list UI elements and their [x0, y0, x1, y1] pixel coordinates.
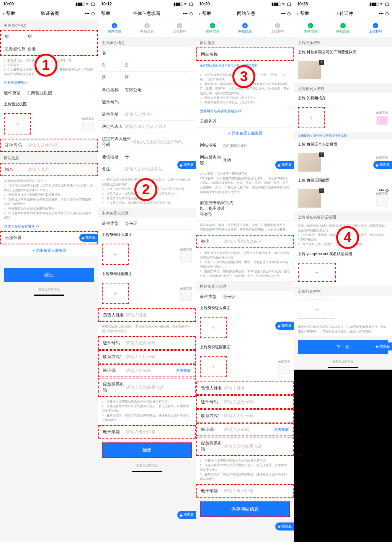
upload-lic-label: 上传 科技有限公司的工商营业执照	[294, 47, 392, 57]
lic-thumb[interactable]	[298, 61, 321, 79]
dist-row[interactable]: 区区›	[98, 72, 196, 84]
prov-row: 省	[98, 47, 196, 59]
help-link[interactable]: 帮助	[300, 10, 309, 17]
checkdomain-link[interactable]: 具体可查看备案域名>>	[0, 223, 98, 231]
phone-row[interactable]: 联系方式1请输入手机号码	[98, 350, 196, 364]
add-cloud[interactable]: ＋ 添加备案云服务器	[0, 245, 98, 256]
req-link[interactable]: 查看网站名称要求及建议>>	[196, 107, 294, 115]
get-code[interactable]: 点击获取	[274, 427, 289, 432]
target-icon[interactable]: ⊙	[189, 11, 193, 16]
help-link[interactable]: 帮助	[6, 10, 15, 17]
province-row[interactable]: 省省›	[1, 31, 97, 43]
customer-service-2[interactable]: 找客服	[373, 342, 392, 350]
back-icon[interactable]: ‹	[297, 11, 299, 16]
customer-service[interactable]: 找客服	[79, 234, 98, 242]
upload-back-label: 上传身份证国徽面	[196, 342, 294, 352]
upload-face-box[interactable]: ＋	[200, 317, 227, 338]
domain-row[interactable]: 域名请输入域名	[0, 163, 98, 176]
mgrname-row[interactable]: 负责人姓名请输入姓名	[196, 382, 294, 395]
mgrcert-row[interactable]: 证件类型身份证›	[98, 218, 196, 230]
status-bar: 10:20▮▮▮▯ᯤ▢	[196, 0, 294, 8]
customer-service-3[interactable]: 找客服	[275, 522, 294, 531]
back-icon[interactable]: ‹	[3, 11, 5, 16]
mgrname-tips: 请填写法定代表人姓名；若法定代表人为外籍公民，授权授权给中国公民作为负责人。	[98, 322, 196, 336]
nav-bar: 帮助 主体信息填写 •••⊙	[98, 8, 196, 20]
legal-row[interactable]: 法定代表人请输入法定代表人姓名	[98, 121, 196, 133]
page-title: 主体信息填写	[133, 10, 160, 17]
mgrname-row[interactable]: 负责人姓名请输入姓名	[98, 308, 196, 322]
view-filled[interactable]: 查看已填写信息	[0, 286, 98, 293]
emerg-row[interactable]: 应急联系电话请输入应急联系电话	[98, 378, 196, 397]
addr-row[interactable]: 证件住址请输入证件住址	[98, 108, 196, 121]
status-bar: 10:28▮▮▮▯ᯤ▢	[294, 0, 392, 8]
mgrid-row[interactable]: 证件号码请输入证件号码	[98, 336, 196, 350]
phone-row[interactable]: 联系方式1请输入手机号码	[196, 409, 294, 422]
page-title: 网站信息	[237, 10, 255, 17]
domain-row: 网站域名yunqikan.net	[196, 139, 294, 151]
more-icon[interactable]: •••	[183, 11, 188, 16]
emerg-row[interactable]: 应急联系电话请输入应急联系电话	[196, 437, 294, 456]
confirm-button[interactable]: 确定	[102, 442, 192, 458]
help-link[interactable]: 帮助	[202, 10, 211, 17]
upload-video-box[interactable]: ＋	[298, 107, 325, 128]
upload-license-box[interactable]: ＋	[4, 113, 31, 134]
sitename-row[interactable]: 网站名称	[196, 47, 294, 61]
view-filled[interactable]: 查看已填写信息	[98, 462, 196, 469]
legalid-row[interactable]: 法定代表人证件号码请输入法定代表人证件号码	[98, 133, 196, 151]
city-row[interactable]: 市市›	[98, 59, 196, 72]
upload-back-box[interactable]: ＋	[102, 283, 129, 304]
target-icon[interactable]: ⊙	[91, 11, 95, 16]
help-link[interactable]: 帮助	[101, 10, 110, 17]
home-indicator	[34, 295, 64, 296]
more-icon[interactable]: •••	[85, 11, 90, 16]
upload-extra-box[interactable]: ＋	[298, 300, 336, 319]
face-thumb[interactable]	[298, 153, 321, 172]
more-overlay[interactable]: ••• ⊙	[379, 188, 389, 193]
email-row[interactable]: 电子邮箱请输入电子邮箱	[98, 425, 196, 439]
get-code[interactable]: 点击获取	[176, 368, 191, 373]
nature-row[interactable]: 主办者性质企业	[1, 43, 97, 55]
customer-service[interactable]: 找客服	[373, 161, 392, 169]
cloud-row[interactable]: 云服务器	[196, 115, 294, 128]
customer-service[interactable]: 找客服	[177, 161, 196, 169]
customer-service[interactable]: 找客服	[275, 161, 294, 169]
target-icon[interactable]: ⊙	[385, 11, 389, 16]
view-filled[interactable]: 查看已填写信息	[294, 358, 392, 365]
verify-button[interactable]: 验证	[4, 268, 94, 282]
back-thumb[interactable]	[298, 189, 321, 208]
upload-real-box[interactable]: ＋	[298, 263, 336, 282]
upload-real-label: 上传 yunqikan.net 实名认证截图	[294, 249, 392, 259]
svc-tips: 1个人备案：个人备案一般选择其他。 2单位备案：可以根据您网站搭建内容进行选择，…	[196, 169, 294, 197]
section-org: 上传主体资料	[294, 37, 392, 47]
add-cloud[interactable]: ＋ 添加备案云服务器	[196, 128, 294, 139]
email-row[interactable]: 电子邮箱请输入电子邮箱	[196, 484, 294, 498]
upload-video-label: 上传 的视频核身	[294, 93, 392, 103]
screen-2: 2 10:12▮▮▮▯ᯤ▢ 帮助 主体信息填写 •••⊙ 1主体信息 2网站信息…	[98, 0, 196, 542]
customer-service-2[interactable]: 找客服	[275, 322, 294, 330]
marker-2: 2	[134, 178, 157, 201]
mgrid-row[interactable]: 证件号码请输入证件号码	[196, 395, 294, 409]
vcode-row[interactable]: 验证码请输入验证码点击获取	[196, 423, 294, 436]
upload-face-label: 上传 身份证个人信息面	[294, 139, 392, 149]
remark-row[interactable]: 备注请输入网站信息备注	[196, 235, 294, 248]
target-icon[interactable]: ⊙	[287, 11, 291, 16]
cert-type-row[interactable]: 证件类型工商营业执照›	[0, 87, 98, 99]
page-title: 验证备案	[41, 10, 59, 17]
back-icon[interactable]: ‹	[199, 11, 201, 16]
upload-face-box[interactable]: ＋	[102, 244, 129, 265]
mgrcert-row[interactable]: 证件类型身份证	[196, 291, 294, 303]
screen-4: 4 10:28▮▮▮▯ᯤ▢ ‹帮助 上传证件 •••⊙ ✓主体信息 ✓网站信息 …	[294, 0, 392, 542]
more-icon[interactable]: •••	[281, 11, 286, 16]
pre-row[interactable]: 前置或专项审批内 以上都不涉及 容类型›	[196, 197, 294, 221]
customer-service-2[interactable]: 找客服	[177, 511, 196, 519]
rules-link[interactable]: 各省管局规则>>	[0, 79, 98, 87]
more-icon[interactable]: •••	[379, 11, 384, 16]
upload-back-box[interactable]: ＋	[200, 356, 227, 377]
vcode-row[interactable]: 验证码请输入验证码点击获取	[98, 364, 196, 377]
cert-no-row[interactable]: 证件号码请输入证件号码	[0, 139, 98, 152]
upload-face-label: 上传身份证人像面	[196, 303, 294, 313]
screen-1: 1 10:00▮▮▮▯ᯤ▢ ‹帮助 验证备案 •••⊙ 主办单位信息 省省› 主…	[0, 0, 98, 542]
section-real: 上传域名实名认证截图	[294, 211, 392, 221]
save-button[interactable]: 保存网站信息	[200, 501, 290, 517]
home-indicator	[132, 471, 162, 472]
